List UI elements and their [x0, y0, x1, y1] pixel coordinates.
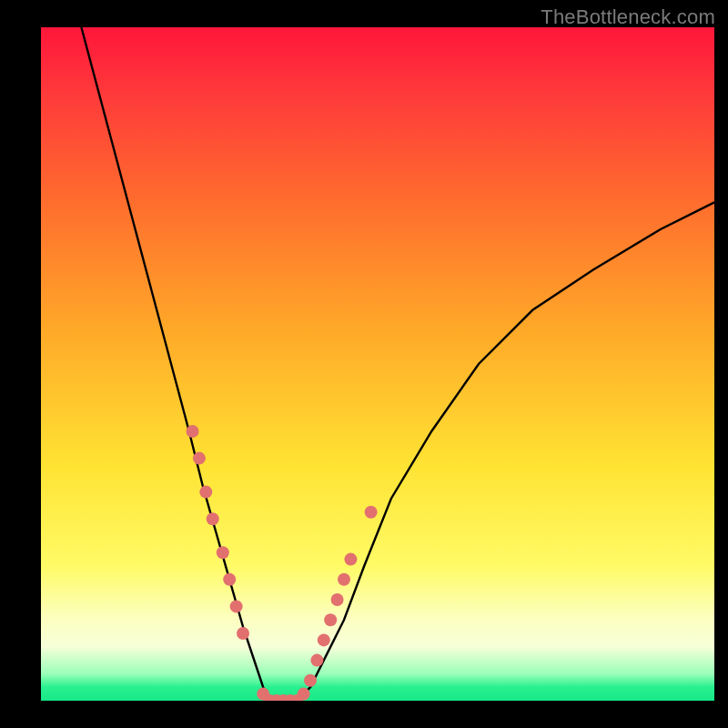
chart-frame: TheBottleneck.com	[0, 0, 728, 728]
bottleneck-curve	[81, 27, 714, 701]
highlight-dot	[230, 600, 243, 612]
curve-layer	[41, 27, 714, 701]
highlight-dot	[199, 486, 212, 499]
highlight-dot	[365, 506, 378, 519]
plot-area	[41, 27, 714, 701]
highlight-dot	[344, 553, 357, 566]
highlight-dots	[187, 425, 378, 701]
highlight-dot	[207, 512, 219, 525]
highlight-dot	[193, 452, 206, 465]
highlight-dot	[187, 425, 199, 438]
highlight-dot	[324, 613, 337, 626]
highlight-dot	[223, 573, 236, 586]
highlight-dot	[338, 573, 350, 586]
highlight-dot	[331, 593, 344, 606]
highlight-dot	[318, 633, 330, 646]
highlight-dot	[217, 546, 229, 559]
highlight-dot	[237, 627, 249, 640]
watermark-text: TheBottleneck.com	[541, 5, 715, 29]
highlight-dot	[298, 688, 310, 701]
highlight-dot	[304, 674, 317, 687]
highlight-dot	[310, 654, 323, 667]
